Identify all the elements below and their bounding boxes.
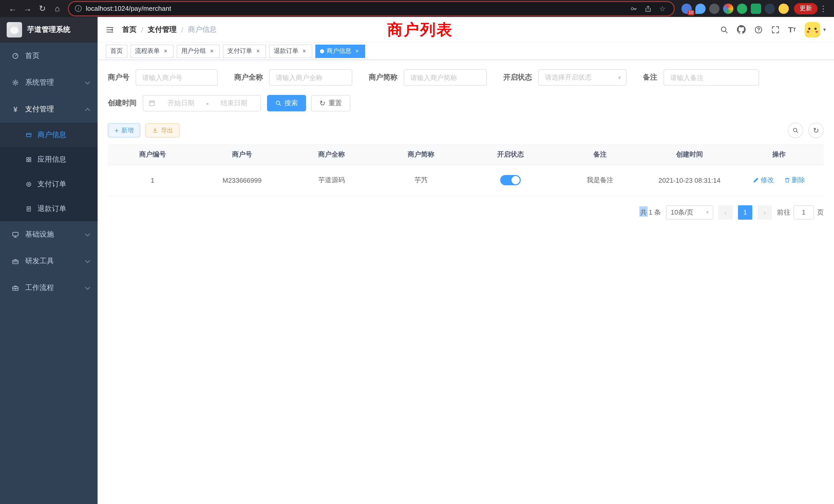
caret-down-icon: ▾ [823, 27, 826, 32]
close-icon[interactable]: × [354, 48, 360, 54]
export-button[interactable]: 导出 [145, 123, 180, 138]
status-select[interactable]: 请选择开启状态 ▾ [538, 69, 627, 86]
edit-link[interactable]: 修改 [753, 176, 774, 185]
tab-home[interactable]: 首页 [106, 44, 127, 58]
cell-create-time: 2021-10-23 08:31:14 [645, 165, 734, 196]
sidebar-item-system[interactable]: 系统管理 [0, 69, 97, 96]
merchant-table: 商户编号 商户号 商户全称 商户简称 开启状态 备注 创建时间 操作 1 [108, 144, 824, 196]
short-name-input[interactable] [404, 69, 487, 86]
forward-icon[interactable]: → [20, 1, 35, 16]
navbar-tools: TT ▾ [720, 22, 826, 37]
breadcrumb-separator: / [141, 25, 143, 33]
profile-avatar-icon[interactable] [778, 3, 789, 14]
extension-icon-4[interactable] [723, 3, 733, 14]
font-size-icon[interactable]: TT [788, 26, 796, 33]
sidebar-item-infrastructure[interactable]: 基础设施 [0, 221, 97, 248]
select-placeholder: 请选择开启状态 [545, 73, 592, 82]
sidebar-item-payment[interactable]: ¥ 支付管理 [0, 96, 97, 123]
logo-avatar [7, 22, 22, 38]
close-icon[interactable]: × [162, 48, 169, 54]
refresh-table-icon[interactable]: ↻ [808, 123, 824, 138]
full-name-input[interactable] [269, 69, 352, 86]
browser-menu-icon[interactable]: ⋮ [817, 4, 829, 13]
tab-user-group[interactable]: 用户分组 × [177, 44, 220, 58]
table-right-tools: ↻ [788, 123, 824, 138]
filter-label: 商户号 [108, 73, 129, 82]
sidebar-item-pay-order[interactable]: 支付订单 [0, 172, 97, 197]
reset-button-label: 重置 [328, 98, 342, 108]
header-search-icon[interactable] [720, 25, 728, 33]
cell-full-name: 芋道源码 [287, 165, 376, 196]
user-avatar[interactable]: ▾ [805, 22, 826, 37]
bookmark-star-icon[interactable]: ☆ [657, 4, 667, 13]
extension-icon-2[interactable] [695, 3, 706, 14]
chrome-update-button[interactable]: 更新 [794, 3, 817, 14]
tab-merchant-info[interactable]: 商户信息 × [315, 44, 365, 58]
extension-icon-5[interactable] [737, 3, 747, 14]
add-button[interactable]: + 新增 [108, 123, 140, 138]
target-icon [25, 181, 33, 187]
close-icon[interactable]: × [255, 48, 261, 54]
home-icon[interactable]: ⌂ [50, 1, 65, 16]
grid-icon [25, 157, 33, 163]
search-button[interactable]: 搜索 [267, 95, 306, 111]
payment-submenu: 商户信息 应用信息 支付订单 [0, 123, 97, 221]
page-number-button[interactable]: 1 [738, 205, 752, 220]
sidebar-item-dev-tools[interactable]: 研发工具 [0, 248, 97, 275]
filter-label: 商户简称 [369, 73, 397, 82]
extension-icon-6[interactable] [751, 3, 761, 14]
delete-link[interactable]: 删除 [784, 176, 805, 185]
hamburger-icon[interactable] [106, 25, 114, 33]
extension-icon-7[interactable] [765, 3, 775, 14]
sidebar-item-workflow[interactable]: 工作流程 [0, 275, 97, 301]
close-icon[interactable]: × [208, 48, 215, 54]
extension-icon-3[interactable] [709, 3, 720, 14]
tab-refund-order[interactable]: 退款订单 × [269, 44, 312, 58]
browser-toolbar: ← → ↻ ⌂ i localhost:1024/pay/merchant ☆ … [0, 0, 834, 17]
tab-pay-order[interactable]: 支付订单 × [223, 44, 266, 58]
status-toggle[interactable] [500, 175, 521, 185]
fullscreen-icon[interactable] [771, 25, 779, 33]
table-row: 1 M233666999 芋道源码 芋艿 我是备注 2021-10-23 08:… [108, 165, 824, 196]
back-icon[interactable]: ← [5, 1, 20, 16]
url-text[interactable]: localhost:1024/pay/merchant [86, 5, 171, 12]
goto-page-input[interactable] [793, 205, 814, 220]
sidebar-item-app-info[interactable]: 应用信息 [0, 147, 97, 172]
reset-button[interactable]: ↻ 重置 [311, 95, 350, 111]
sidebar-logo[interactable]: 芋道管理系统 [0, 17, 97, 43]
tab-label: 支付订单 [227, 47, 252, 55]
card-icon [25, 132, 33, 138]
extension-icon-1[interactable]: 10 [681, 3, 692, 14]
filter-row-2: 创建时间 开始日期 - 结束日期 搜索 [108, 95, 824, 111]
address-bar[interactable]: i localhost:1024/pay/merchant ☆ [69, 2, 674, 15]
reload-icon[interactable]: ↻ [35, 1, 50, 16]
sidebar-item-label: 基础设施 [25, 230, 80, 239]
help-icon[interactable] [754, 25, 762, 33]
password-key-icon[interactable] [629, 5, 639, 12]
share-icon[interactable] [643, 5, 653, 12]
prev-page-button[interactable]: ‹ [719, 205, 733, 220]
site-info-icon[interactable]: i [75, 5, 82, 12]
cell-status [466, 165, 555, 196]
chevron-down-icon [85, 284, 90, 290]
github-icon[interactable] [737, 25, 745, 34]
sidebar-item-refund-order[interactable]: 退款订单 [0, 197, 97, 221]
chevron-down-icon [85, 258, 90, 263]
sidebar-item-label: 支付订单 [38, 180, 89, 189]
remark-input[interactable] [663, 69, 759, 86]
cell-merchant-no: M233666999 [197, 165, 287, 196]
merchant-no-input[interactable] [136, 69, 218, 86]
date-range-picker[interactable]: 开始日期 - 结束日期 [143, 95, 261, 111]
tab-process-form[interactable]: 流程表单 × [130, 44, 174, 58]
tags-view-bar: 首页 流程表单 × 用户分组 × 支付订单 × 退款订单 × [97, 43, 834, 60]
toggle-search-icon[interactable] [788, 123, 803, 138]
sidebar-item-home[interactable]: 首页 [0, 43, 97, 69]
breadcrumb-home[interactable]: 首页 [122, 25, 137, 34]
sidebar-item-merchant-info[interactable]: 商户信息 [0, 123, 97, 147]
breadcrumb-payment[interactable]: 支付管理 [148, 25, 177, 34]
tab-label: 流程表单 [135, 47, 160, 55]
page-size-select[interactable]: 10条/页 ▾ [666, 205, 713, 220]
col-actions: 操作 [734, 144, 824, 165]
close-icon[interactable]: × [301, 48, 308, 54]
next-page-button[interactable]: › [758, 205, 772, 220]
